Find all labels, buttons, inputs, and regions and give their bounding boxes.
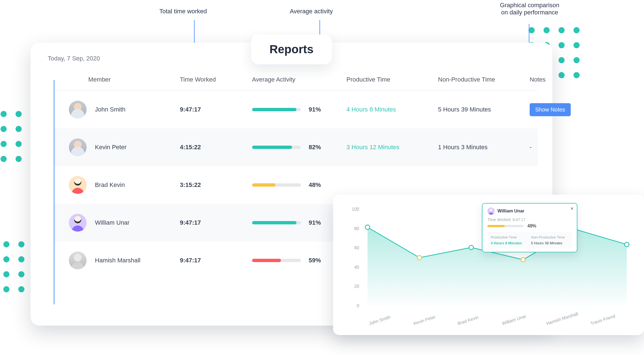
x-tick: Travis Friend [586,309,629,328]
tooltip-prod-h: Productive Time [491,235,528,239]
activity-bar [252,108,301,111]
activity-bar-fill [252,108,296,111]
avatar-icon [487,207,495,215]
table-row[interactable]: Kevin Peter4:15:2282%3 Hours 12 Minutes1… [54,128,538,166]
activity-cell: 91% [252,219,346,226]
non-productive-cell: 1 Hours 3 Minutes [438,144,530,151]
tooltip-header: William Unar [487,207,572,215]
activity-bar [252,146,301,149]
chart-point[interactable] [625,242,629,247]
annotation-avg-activity: Average activity [290,8,333,15]
member-name: Brad Kevin [95,181,125,189]
time-worked-cell: 9:47:17 [180,106,252,113]
avatar [69,101,87,118]
table-row[interactable]: John Smith9:47:1791%4 Hours 8 Minutes5 H… [54,91,538,128]
time-worked-cell: 4:15:22 [180,144,252,151]
member-name: John Smith [95,106,125,113]
col-productive: Productive Time [346,76,438,83]
tooltip-columns: Productive Time 4 Hours 8 Minutes Non-Pr… [487,232,572,248]
time-worked-cell: 9:47:17 [180,219,252,226]
chart-x-ticks: John SmithKevin PeterBrad KevinWilliam U… [364,323,630,328]
y-tick: 80 [345,226,359,231]
member-cell: Brad Kevin [69,176,180,194]
notes-dash: - [530,144,532,151]
chart-area: 100806040200 × William Unar Time Worked:… [344,204,633,329]
chart-card: 100806040200 × William Unar Time Worked:… [333,195,644,335]
time-worked-cell: 3:15:22 [180,181,252,189]
tooltip-bar-row: 48% [487,224,572,229]
x-tick: John Smith [364,309,408,328]
page-title: Reports [251,34,332,64]
avatar [69,252,87,269]
tooltip-bar-fill [487,225,505,227]
col-non-productive: Non-Productive Time [438,76,530,83]
member-name: Kevin Peter [95,144,127,151]
activity-cell: 82% [252,144,346,151]
member-cell: Hamish Marshall [69,252,180,269]
activity-pct: 59% [309,257,321,264]
tooltip-nonp-v: 5 Hours 39 Minutes [531,241,568,245]
activity-cell: 48% [252,181,346,189]
x-tick: Hamish Marshall [542,309,585,328]
x-tick: William Unar [497,309,541,328]
activity-pct: 82% [309,144,321,151]
activity-bar [252,221,301,224]
activity-bar-fill [252,146,292,149]
chart-point[interactable] [417,255,422,260]
avatar [69,138,87,156]
col-time-worked: Time Worked [180,76,252,83]
col-member: Member [69,76,180,83]
tooltip-time-worked: Time Worked: 9:47:17 [487,217,572,222]
y-tick: 40 [345,265,359,270]
activity-bar-fill [252,183,275,187]
chart-tooltip: × William Unar Time Worked: 9:47:17 48% … [482,203,577,252]
avatar [69,176,87,194]
chart-point[interactable] [365,225,370,229]
activity-bar-fill [252,259,281,262]
activity-cell: 91% [252,106,346,113]
x-tick: Brad Kevin [453,309,496,328]
chart-point[interactable] [521,257,525,262]
productive-cell: 3 Hours 12 Minutes [346,144,438,151]
y-tick: 100 [345,207,359,212]
x-tick: Kevin Peter [409,309,452,328]
col-avg-activity: Average Activity [252,76,346,83]
member-cell: William Unar [69,214,180,232]
col-notes: Notes [530,76,580,83]
tooltip-prod-v: 4 Hours 8 Minutes [491,241,528,245]
activity-pct: 91% [309,219,321,226]
activity-bar [252,259,301,262]
side-rule [53,80,55,305]
non-productive-cell: 5 Hours 39 Minutes [438,106,530,113]
time-worked-cell: 9:47:17 [180,257,252,264]
show-notes-button[interactable]: Show Notes [530,103,571,116]
activity-cell: 59% [252,257,346,264]
member-cell: John Smith [69,101,180,118]
activity-pct: 91% [309,106,321,113]
y-tick: 0 [345,303,359,308]
annotation-graph-compare-line1: Graphical comparison [471,2,588,9]
tooltip-name: William Unar [497,209,524,214]
y-tick: 60 [345,245,359,250]
annotation-time-worked: Total time worked [159,8,207,15]
annotation-graph-compare-line2: on daily performance [471,9,588,16]
tooltip-bar [487,225,524,227]
tooltip-pct: 48% [527,224,536,229]
activity-bar [252,183,301,187]
activity-bar-fill [252,221,296,224]
chart-y-ticks: 100806040200 [345,207,359,308]
close-icon[interactable]: × [570,206,573,212]
member-name: William Unar [95,219,130,226]
member-name: Hamish Marshall [95,257,140,264]
productive-cell: 4 Hours 8 Minutes [346,106,438,113]
notes-cell: - [530,144,580,151]
tooltip-nonp-h: Non-Productive Time [531,235,568,239]
annotation-graph-compare: Graphical comparison on daily performanc… [471,2,588,16]
avatar [69,214,87,232]
chart-point[interactable] [469,245,474,250]
member-cell: Kevin Peter [69,138,180,156]
notes-cell: Show Notes [530,103,580,116]
y-tick: 20 [345,284,359,289]
table-header: Member Time Worked Average Activity Prod… [54,62,538,91]
activity-pct: 48% [309,181,321,189]
